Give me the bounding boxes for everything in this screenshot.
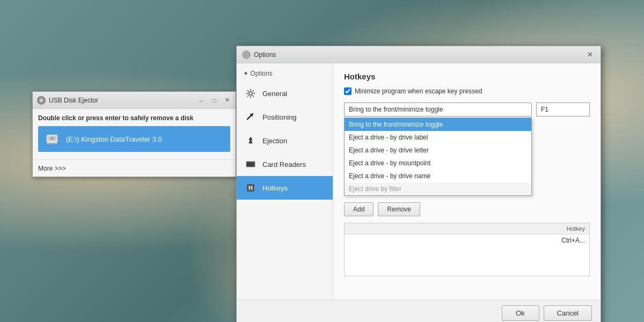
nav-item-ejection[interactable]: Ejection: [237, 129, 333, 152]
usb-footer: More >>>: [33, 159, 236, 177]
remove-hotkey-button[interactable]: Remove: [378, 202, 420, 216]
content-title: Hotkeys: [344, 72, 590, 81]
hotkey-list-col-hotkey: Hotkey: [467, 225, 585, 232]
dialog-content: Hotkeys Minimize program when escape key…: [333, 63, 601, 299]
positioning-icon-svg: [245, 112, 256, 122]
positioning-icon: [244, 111, 257, 123]
nav-item-general-label: General: [262, 90, 287, 98]
dialog-footer: Ok Cancel: [237, 299, 601, 322]
options-dialog-icon: [242, 50, 251, 59]
nav-item-general[interactable]: General: [237, 82, 333, 105]
usb-device-name: (E:\) Kingston DataTraveler 3.0: [66, 135, 162, 143]
nav-item-card-readers-label: Card Readers: [262, 160, 306, 169]
dropdown-option-2[interactable]: Eject a drive - by drive letter: [345, 144, 531, 157]
hotkey-list-area: Hotkey Ctrl+A...: [344, 223, 590, 276]
hotkey-list-action-cell: [349, 237, 467, 244]
usb-titlebar-left: USB Disk Ejector: [37, 96, 98, 105]
usb-device-drive-icon: USB: [45, 131, 60, 147]
cancel-button[interactable]: Cancel: [544, 305, 592, 321]
svg-rect-12: [249, 163, 250, 166]
nav-item-hotkeys-label: Hotkeys: [262, 184, 288, 192]
nav-item-hotkeys[interactable]: H Hotkeys: [237, 176, 333, 200]
dropdown-option-1[interactable]: Eject a drive - by drive label: [345, 131, 531, 144]
card-readers-icon: [244, 158, 257, 171]
usb-titlebar: USB Disk Ejector – □ ✕: [33, 92, 236, 109]
svg-text:H: H: [248, 185, 253, 191]
dialog-body: ✦ Options General Positioning: [237, 63, 601, 299]
svg-point-5: [52, 138, 53, 139]
dropdown-option-3[interactable]: Eject a drive - by mountpoint: [345, 157, 531, 170]
hotkey-list-row: Ctrl+A...: [345, 235, 589, 246]
dialog-titlebar-left: Options: [242, 50, 276, 59]
add-hotkey-button[interactable]: Add: [344, 202, 374, 216]
hotkey-list-hotkey-cell: Ctrl+A...: [467, 237, 585, 244]
svg-text:USB: USB: [47, 142, 52, 145]
svg-point-9: [250, 140, 252, 142]
usb-prompt: Double click or press enter to safely re…: [38, 114, 230, 122]
hotkey-list-col-action: [349, 225, 467, 232]
hotkey-action-dropdown[interactable]: Bring to the front/minimize toggleEject …: [344, 103, 532, 116]
minimize-on-escape-label: Minimize program when escape key pressed: [355, 87, 482, 95]
svg-point-1: [40, 99, 43, 102]
ok-button[interactable]: Ok: [502, 305, 539, 321]
nav-item-positioning[interactable]: Positioning: [237, 105, 333, 129]
usb-body: Double click or press enter to safely re…: [33, 109, 236, 159]
usb-disk-ejector-window: USB Disk Ejector – □ ✕ Double click or p…: [32, 91, 236, 177]
card-readers-icon-svg: [245, 159, 256, 170]
usb-maximize-button[interactable]: □: [210, 96, 218, 105]
hotkeys-icon-svg: H: [245, 182, 256, 193]
usb-close-button[interactable]: ✕: [223, 96, 231, 105]
hotkey-select-wrapper: Bring to the front/minimize toggleEject …: [344, 103, 532, 116]
dropdown-option-0[interactable]: Bring to the front/minimize toggle: [345, 118, 531, 131]
ejection-icon: [244, 134, 257, 147]
dropdown-option-5[interactable]: Eject drive by filter: [345, 182, 531, 195]
hotkey-dropdown-row: Bring to the front/minimize toggleEject …: [344, 103, 590, 116]
usb-minimize-button[interactable]: –: [197, 96, 206, 105]
dropdown-option-4[interactable]: Eject a drive - by drive name: [345, 170, 531, 182]
general-icon: [244, 87, 257, 100]
nav-item-ejection-label: Ejection: [262, 137, 287, 145]
dialog-close-button[interactable]: ✕: [584, 49, 595, 60]
usb-window-title: USB Disk Ejector: [49, 97, 98, 104]
nav-item-positioning-label: Positioning: [262, 113, 297, 121]
dialog-nav: ✦ Options General Positioning: [237, 63, 333, 299]
ejection-icon-svg: [245, 135, 256, 146]
hotkey-dropdown-overlay: Bring to the front/minimize toggle Eject…: [344, 118, 532, 196]
usb-titlebar-controls: – □ ✕: [197, 96, 231, 105]
nav-header: ✦ Options: [237, 68, 333, 82]
svg-rect-14: [252, 163, 253, 166]
svg-rect-13: [251, 163, 252, 166]
minimize-on-escape-checkbox[interactable]: [344, 87, 352, 95]
usb-app-icon: [37, 96, 46, 105]
svg-point-7: [249, 92, 252, 95]
checkbox-row: Minimize program when escape key pressed: [344, 87, 590, 95]
more-link[interactable]: More >>>: [38, 165, 66, 172]
hotkeys-icon: H: [244, 181, 257, 194]
dialog-title: Options: [254, 51, 276, 58]
nav-item-card-readers[interactable]: Card Readers: [237, 152, 333, 176]
usb-icon-svg: [38, 97, 45, 104]
usb-device-item[interactable]: USB (E:\) Kingston DataTraveler 3.0: [38, 126, 230, 152]
hotkey-list-header: Hotkey: [345, 223, 589, 235]
hotkey-btn-row: Add Remove: [344, 202, 590, 216]
general-icon-svg: [245, 88, 256, 99]
dialog-titlebar: Options ✕: [237, 46, 601, 63]
options-dialog: Options ✕ ✦ Options General: [236, 46, 601, 322]
usb-device-icon-container: USB: [43, 130, 61, 148]
hotkey-key-input[interactable]: [536, 103, 590, 116]
svg-rect-11: [247, 163, 248, 166]
